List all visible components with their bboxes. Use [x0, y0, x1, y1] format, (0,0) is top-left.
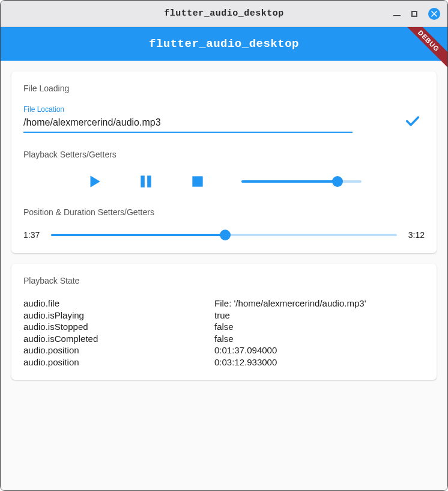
minimize-icon[interactable]	[393, 15, 401, 16]
state-keys-column: audio.fileaudio.isPlayingaudio.isStopped…	[23, 297, 214, 368]
file-loading-label: File Loading	[23, 84, 425, 93]
stop-button[interactable]	[190, 174, 205, 189]
window-controls	[393, 1, 440, 26]
position-thumb[interactable]	[220, 230, 231, 240]
playback-setters-label: Playback Setters/Getters	[23, 150, 425, 159]
appbar-title: flutter_audio_desktop	[149, 37, 299, 50]
check-icon	[404, 112, 421, 129]
file-location-label: File Location	[23, 105, 353, 114]
file-location-input[interactable]	[23, 115, 353, 133]
position-slider[interactable]	[51, 229, 397, 241]
svg-rect-0	[141, 175, 145, 188]
volume-fill	[241, 180, 338, 183]
maximize-icon[interactable]	[411, 11, 417, 17]
state-value: 0:03:12.933000	[214, 356, 425, 368]
state-key: audio.isStopped	[23, 321, 214, 333]
state-card: Playback State audio.fileaudio.isPlaying…	[11, 264, 437, 380]
state-key: audio.position	[23, 344, 214, 356]
state-value: false	[214, 321, 425, 333]
pause-button[interactable]	[138, 174, 154, 189]
state-value: false	[214, 333, 425, 345]
close-button[interactable]	[428, 8, 440, 20]
state-table: audio.fileaudio.isPlayingaudio.isStopped…	[23, 297, 425, 368]
position-current-label: 1:37	[23, 230, 43, 240]
position-fill	[51, 234, 225, 236]
close-icon	[431, 11, 437, 17]
confirm-file-button[interactable]	[404, 112, 421, 129]
volume-thumb[interactable]	[332, 176, 343, 187]
state-key: audio.isCompleted	[23, 333, 214, 345]
window-frame: flutter_audio_desktop flutter_audio_desk…	[0, 0, 448, 491]
titlebar: flutter_audio_desktop	[1, 1, 447, 27]
svg-rect-1	[147, 175, 151, 188]
volume-slider[interactable]	[241, 175, 362, 188]
svg-rect-2	[192, 176, 202, 186]
pause-icon	[138, 174, 154, 189]
state-value: File: '/home/alexmercerind/audio.mp3'	[214, 297, 425, 310]
play-button[interactable]	[86, 174, 102, 189]
play-icon	[86, 174, 102, 189]
state-value: true	[214, 310, 425, 322]
stop-icon	[190, 174, 205, 189]
file-input-row: File Location	[23, 105, 425, 133]
state-values-column: File: '/home/alexmercerind/audio.mp3'tru…	[214, 297, 425, 368]
window-title: flutter_audio_desktop	[164, 8, 284, 19]
position-duration-label: Position & Duration Setters/Getters	[23, 207, 425, 217]
playback-controls	[23, 174, 425, 189]
state-key: audio.file	[23, 297, 214, 310]
position-row: 1:37 3:12	[23, 229, 425, 241]
state-value: 0:01:37.094000	[214, 344, 425, 356]
content-area: File Loading File Location Playback Sett…	[1, 61, 447, 490]
player-card: File Loading File Location Playback Sett…	[11, 72, 437, 253]
state-key: audio.isPlaying	[23, 310, 214, 322]
state-key: audio.position	[23, 356, 214, 368]
playback-state-label: Playback State	[23, 276, 425, 285]
appbar: flutter_audio_desktop	[1, 27, 447, 61]
file-location-field: File Location	[23, 105, 353, 133]
position-total-label: 3:12	[405, 230, 425, 240]
